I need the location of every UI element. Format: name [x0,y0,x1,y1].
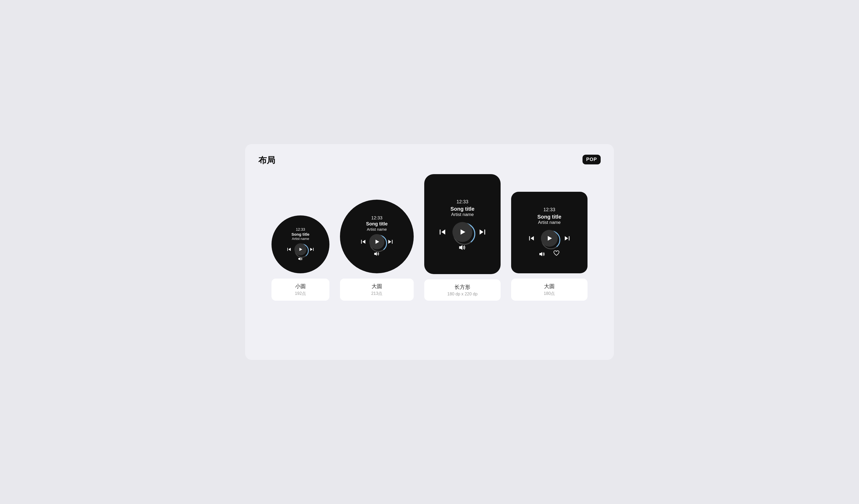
prev-button-sm[interactable] [287,247,291,251]
svg-marker-15 [441,230,445,235]
svg-marker-12 [388,240,391,243]
heart-icon[interactable] [553,250,560,257]
svg-rect-11 [392,240,393,243]
svg-marker-13 [374,252,377,256]
play-btn-wrap-rect [452,222,472,242]
label-card-large-circle: 大圆 213点 [340,279,414,301]
controls-sm [287,243,314,255]
play-icon-rect [461,230,465,235]
label-size-lg-2: 180点 [517,291,581,297]
svg-marker-26 [565,236,568,241]
watch-face-rect: 12:33 Song title Artist name [424,174,501,274]
svg-marker-19 [480,230,483,235]
label-name-lg-2: 大圆 [517,283,581,290]
volume-icon-sm[interactable] [298,257,303,262]
controls-rect [439,222,486,242]
label-size-sm: 192点 [278,291,323,297]
watch-time-lg-1: 12:33 [371,216,382,221]
watch-item-rectangle: 12:33 Song title Artist name [424,174,501,301]
watch-face-large-circle: 12:33 Song title Artist name [340,200,414,273]
svg-marker-20 [459,245,463,250]
controls-lg-2 [529,230,570,247]
label-card-rect: 长方形 180 dp x 220 dp [424,279,501,301]
next-button-rect[interactable] [479,229,486,235]
watch-song-title-sm: Song title [291,232,310,237]
watch-item-small-circle: 12:33 Song title Artist name [271,216,329,301]
watch-artist-sm: Artist name [292,237,309,241]
play-button-sm[interactable] [295,243,306,255]
play-btn-wrap-lg-2 [541,230,558,247]
watch-song-title-lg-1: Song title [366,221,388,227]
play-button-rect[interactable] [452,222,472,242]
svg-marker-5 [310,248,313,251]
label-name-lg-1: 大圆 [346,283,407,290]
svg-marker-1 [288,248,291,251]
page-container: 布局 POP 12:33 Song title Artist name [245,144,614,360]
prev-button-rect[interactable] [439,229,446,235]
volume-icon-lg-1[interactable] [374,251,380,257]
svg-rect-0 [287,248,288,251]
volume-icon-rect[interactable] [459,245,466,252]
next-button-sm[interactable] [310,247,314,251]
svg-rect-21 [529,236,530,241]
bottom-icons-lg-2 [539,249,560,258]
watch-artist-lg-1: Artist name [367,227,387,232]
watch-face-large-circle-2: 12:33 Song title Artist name [511,192,588,273]
play-icon-lg-2 [548,236,552,241]
label-size-lg-1: 213点 [346,291,407,297]
label-card-small-circle: 小圆 192点 [271,279,329,301]
svg-marker-27 [539,252,542,256]
play-btn-wrap-sm [295,243,306,255]
svg-rect-18 [484,230,485,235]
watch-artist-lg-2: Artist name [538,220,561,225]
watch-time-rect: 12:33 [456,199,468,205]
label-card-large-circle-2: 大圆 180点 [511,279,588,301]
svg-rect-4 [313,248,314,251]
play-button-lg-1[interactable] [369,234,385,249]
label-size-rect: 180 dp x 220 dp [431,292,494,297]
pop-badge: POP [583,155,601,164]
svg-rect-14 [440,230,440,235]
svg-marker-6 [298,257,300,261]
watch-song-title-rect: Song title [450,206,474,212]
watch-face-small-circle: 12:33 Song title Artist name [271,216,329,273]
svg-rect-25 [569,236,570,241]
next-button-lg-1[interactable] [388,239,393,245]
svg-rect-7 [361,240,362,243]
play-icon-sm [299,248,302,251]
watch-song-title-lg-2: Song title [537,214,561,220]
play-button-lg-2[interactable] [541,230,558,247]
svg-marker-8 [362,240,365,243]
watches-row: 12:33 Song title Artist name [258,174,601,301]
page-title: 布局 [258,155,601,166]
controls-lg-1 [361,234,393,249]
watch-item-large-circle-2: 12:33 Song title Artist name [511,192,588,301]
watch-item-large-circle: 12:33 Song title Artist name [340,200,414,301]
prev-button-lg-2[interactable] [529,235,534,241]
label-name-rect: 长方形 [431,284,494,291]
prev-button-lg-1[interactable] [361,239,366,245]
svg-marker-22 [531,236,534,241]
watch-time-sm: 12:33 [296,227,305,232]
play-icon-lg-1 [376,240,379,244]
label-name-sm: 小圆 [278,283,323,290]
watch-time-lg-2: 12:33 [543,207,555,212]
volume-icon-lg-2[interactable] [539,251,545,258]
watch-artist-rect: Artist name [451,212,474,217]
play-btn-wrap-lg-1 [369,234,385,249]
next-button-lg-2[interactable] [564,235,570,241]
